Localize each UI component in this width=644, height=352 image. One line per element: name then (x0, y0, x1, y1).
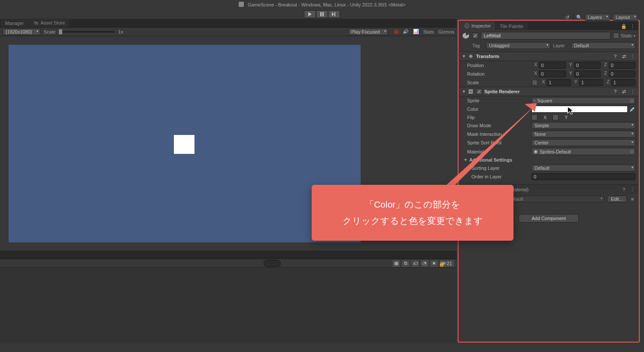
menu-icon[interactable]: ≡ (629, 196, 635, 202)
console-tag-icon[interactable]: 🏷 (411, 260, 419, 267)
gameobject-icon (462, 32, 470, 40)
annotation-callout: 「Color」のこの部分を クリックすると色を変更できます (312, 185, 513, 241)
audio-icon[interactable]: 🔊 (403, 29, 409, 35)
game-toolbar: (1920x1080) Scale 1x Play Focused 🐞 🔊 📊 … (0, 28, 457, 36)
scale-x-input[interactable]: 1 (547, 79, 571, 86)
scale-z-input[interactable]: 1 (611, 79, 635, 86)
layers-dropdown[interactable]: Layers (585, 14, 610, 21)
rot-z-input[interactable]: 0 (609, 70, 635, 77)
help-icon[interactable]: ? (621, 187, 627, 193)
static-checkbox[interactable] (613, 33, 619, 39)
order-layer-input[interactable]: 0 (532, 173, 635, 180)
tab-tile-palette[interactable]: Tile Palette (495, 22, 528, 30)
scale-label: Scale (467, 80, 530, 85)
search-icon[interactable]: 🔍 (576, 14, 582, 20)
foldout-icon[interactable]: ▼ (464, 158, 468, 162)
stats-button[interactable]: Stats (423, 29, 434, 34)
mask-interaction-label: Mask Interaction (467, 132, 530, 137)
sprite-renderer-header[interactable]: ▼ 🖼 Sprite Renderer ? ⇄ ⋮ (459, 87, 638, 96)
lock-icon[interactable]: 🔒 ⋮ (439, 261, 451, 267)
callout-line2: クリックすると色を変更できます (343, 213, 483, 229)
game-view-canvas[interactable] (9, 45, 361, 242)
pos-y-input[interactable]: 0 (574, 62, 601, 69)
enabled-checkbox[interactable] (472, 33, 478, 39)
rot-y-input[interactable]: 0 (574, 70, 601, 77)
svg-rect-2 (334, 12, 335, 16)
bug-icon[interactable]: 🐞 (393, 29, 399, 35)
scale-slider[interactable] (59, 31, 115, 33)
help-icon[interactable]: ? (612, 89, 618, 95)
callout-line1: 「Color」のこの部分を (365, 196, 460, 213)
window-title-bar: GameScene - Breakout - Windows, Mac, Lin… (0, 0, 644, 9)
foldout-icon[interactable]: ▼ (462, 54, 466, 58)
console-filter-icon[interactable]: ▦ (392, 260, 400, 267)
cursor-icon (567, 106, 576, 115)
scale-y-input[interactable]: 1 (579, 79, 603, 86)
tag-label: Tag (472, 43, 483, 48)
color-field[interactable] (532, 106, 628, 113)
play-controls-bar (0, 9, 644, 19)
play-focused-dropdown[interactable]: Play Focused (348, 28, 388, 35)
transform-header[interactable]: ▼ ✥ Transform ? ⇄ ⋮ (459, 52, 638, 61)
layer-label: Layer (553, 43, 568, 48)
tab-asset-store[interactable]: 🛍 Asset Store (28, 18, 69, 27)
svg-rect-1 (322, 12, 324, 16)
mask-dropdown[interactable]: None (532, 131, 635, 138)
object-name-input[interactable]: LeftWall (481, 32, 611, 40)
sorting-layer-label: Sorting Layer (471, 165, 530, 171)
scale-label: Scale (44, 29, 56, 34)
top-right-toolbar: ↺ 🔍 Layers Layout (565, 13, 638, 21)
foldout-icon[interactable]: ▼ (462, 89, 466, 94)
sprite-field[interactable]: ▫Square (532, 97, 635, 104)
lock-icon[interactable]: 🔒 (621, 23, 627, 29)
pos-x-input[interactable]: 0 (539, 62, 565, 69)
inspector-panel: ⓘ Inspector Tile Palette 🔒 ⋮ LeftWall St… (458, 20, 640, 343)
console-clock-icon[interactable]: ◔ (421, 260, 428, 267)
undo-history-icon[interactable]: ↺ (565, 14, 571, 20)
help-icon[interactable]: ? (612, 53, 618, 59)
additional-label: Additional Settings (469, 157, 532, 162)
color-label: Color (467, 107, 530, 112)
kebab-icon[interactable]: ⋮ (629, 89, 635, 95)
material-label: Material (467, 149, 530, 154)
position-label: Position (467, 63, 530, 68)
step-button[interactable] (328, 10, 340, 18)
flip-x-checkbox[interactable] (532, 114, 538, 120)
console-search[interactable] (264, 260, 281, 267)
layout-dropdown[interactable]: Layout (613, 14, 638, 21)
rot-x-input[interactable]: 0 (539, 70, 565, 77)
pause-button[interactable] (316, 10, 328, 18)
edit-button[interactable]: Edit... (607, 196, 627, 202)
kebab-icon[interactable]: ⋮ (629, 53, 635, 59)
preset-icon[interactable]: ⇄ (621, 53, 627, 59)
flip-y-checkbox[interactable] (553, 114, 559, 120)
play-button[interactable] (304, 10, 316, 18)
asset-store-icon: 🛍 (33, 20, 39, 26)
pos-z-input[interactable]: 0 (609, 62, 635, 69)
tab-inspector[interactable]: ⓘ Inspector (459, 21, 495, 30)
sorting-layer-dropdown[interactable]: Default (532, 165, 635, 171)
bottom-tab-bar (0, 251, 457, 259)
sprite-renderer-icon: 🖼 (468, 89, 474, 95)
component-enabled-checkbox[interactable] (476, 89, 482, 95)
gizmos-button[interactable]: Gizmos (438, 29, 454, 34)
draw-mode-dropdown[interactable]: Simple (532, 122, 635, 129)
material-field[interactable]: ◉Sprites-Default (532, 148, 635, 155)
info-icon: ⓘ (464, 23, 470, 29)
tab-manager[interactable]: Manager (1, 19, 28, 27)
tag-dropdown[interactable]: Untagged (486, 42, 550, 49)
eyedropper-icon[interactable]: 💉 (629, 107, 635, 112)
layer-dropdown[interactable]: Default (571, 42, 635, 49)
resolution-dropdown[interactable]: (1920x1080) (3, 28, 40, 35)
console-star-icon[interactable]: ★ (430, 260, 438, 267)
console-plus-icon[interactable]: ⧉ (402, 260, 410, 267)
constrain-icon[interactable]: ⛓ (532, 80, 538, 85)
sprite-sort-label: Sprite Sort Point (467, 140, 530, 145)
metrics-icon[interactable]: 📊 (413, 29, 419, 35)
kebab-icon[interactable]: ⋮ (629, 187, 635, 193)
add-component-button[interactable]: Add Component (519, 214, 579, 223)
sort-point-dropdown[interactable]: Center (532, 139, 635, 146)
preset-icon[interactable]: ⇄ (621, 89, 627, 95)
game-sprite-square (174, 135, 194, 154)
kebab-icon[interactable]: ⋮ (629, 23, 635, 29)
